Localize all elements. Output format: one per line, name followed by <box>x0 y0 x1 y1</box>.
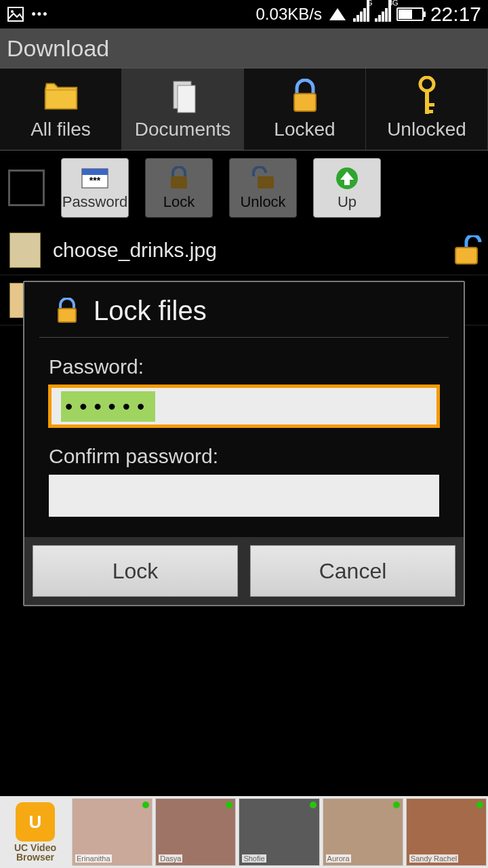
ad-tile[interactable]: Shofie <box>239 798 319 866</box>
lock-confirm-button[interactable]: Lock <box>33 545 238 597</box>
lock-icon <box>56 298 79 325</box>
lock-files-dialog: Lock files Password: •••••• Confirm pass… <box>23 281 465 606</box>
ad-tile[interactable]: Dasya <box>155 798 236 866</box>
cancel-button[interactable]: Cancel <box>250 545 455 597</box>
dialog-title: Lock files <box>94 296 207 326</box>
password-label: Password: <box>49 355 439 378</box>
dialog-overlay: Lock files Password: •••••• Confirm pass… <box>0 0 488 868</box>
svg-rect-16 <box>58 309 76 322</box>
password-value: •••••• <box>61 391 155 422</box>
button-label: Cancel <box>319 559 387 584</box>
ad-bar[interactable]: U UC Video Browser Erinanitha Dasya Shof… <box>0 796 488 868</box>
confirm-password-input[interactable] <box>49 475 439 517</box>
confirm-password-label: Confirm password: <box>49 445 439 468</box>
ad-tile[interactable]: Sandy Rachel <box>406 798 487 866</box>
ad-app-badge[interactable]: U UC Video Browser <box>1 802 69 862</box>
ad-tile[interactable]: Erinanitha <box>72 798 152 866</box>
password-input[interactable]: •••••• <box>49 385 439 427</box>
ad-app-name: UC Video Browser <box>1 843 69 862</box>
uc-browser-icon: U <box>16 802 55 842</box>
ad-tile[interactable]: Aurora <box>323 798 403 866</box>
button-label: Lock <box>113 559 159 584</box>
